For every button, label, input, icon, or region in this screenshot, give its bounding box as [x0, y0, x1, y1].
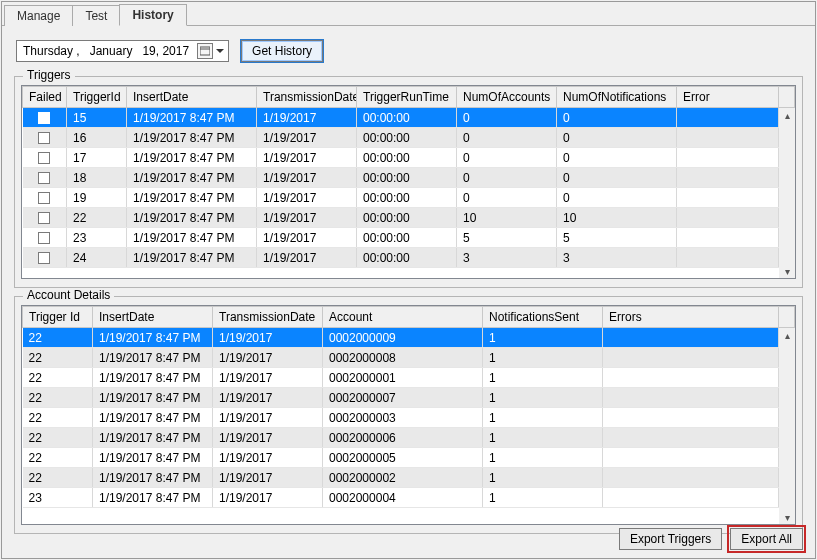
- table-row[interactable]: 191/19/2017 8:47 PM1/19/201700:00:0000: [23, 188, 795, 208]
- scroll-down-icon[interactable]: ▾: [780, 264, 794, 278]
- col-error[interactable]: Error: [677, 87, 779, 108]
- failed-checkbox[interactable]: [38, 172, 50, 184]
- details-scrollbar[interactable]: ▴ ▾: [779, 328, 795, 524]
- get-history-button[interactable]: Get History: [241, 40, 323, 62]
- col-numofaccounts[interactable]: NumOfAccounts: [457, 87, 557, 108]
- scroll-down-icon[interactable]: ▾: [780, 510, 794, 524]
- cell: 22: [23, 408, 93, 428]
- export-all-button[interactable]: Export All: [730, 528, 803, 550]
- table-row[interactable]: 221/19/2017 8:47 PM1/19/201700020000011: [23, 368, 795, 388]
- scroll-gutter: [779, 87, 795, 108]
- cell: 00:00:00: [357, 188, 457, 208]
- cell: 1/19/2017: [257, 148, 357, 168]
- failed-checkbox[interactable]: [38, 232, 50, 244]
- tab-test[interactable]: Test: [72, 5, 120, 26]
- cell: 0002000002: [323, 468, 483, 488]
- table-row[interactable]: 221/19/2017 8:47 PM1/19/201700020000031: [23, 408, 795, 428]
- cell: 1/19/2017: [257, 108, 357, 128]
- triggers-scrollbar[interactable]: ▴ ▾: [779, 108, 795, 278]
- cell: [677, 168, 779, 188]
- failed-checkbox[interactable]: [38, 212, 50, 224]
- table-row[interactable]: 221/19/2017 8:47 PM1/19/201700020000071: [23, 388, 795, 408]
- cell: 1/19/2017: [213, 388, 323, 408]
- cell: 0: [557, 188, 677, 208]
- triggers-group: Triggers Failed TriggerId InsertDate Tra…: [14, 76, 803, 288]
- triggers-legend: Triggers: [23, 68, 75, 82]
- table-row[interactable]: 241/19/2017 8:47 PM1/19/201700:00:0033: [23, 248, 795, 268]
- cell: 1/19/2017 8:47 PM: [93, 448, 213, 468]
- account-details-grid[interactable]: Trigger Id InsertDate TransmissionDate A…: [21, 305, 796, 525]
- table-row[interactable]: 171/19/2017 8:47 PM1/19/201700:00:0000: [23, 148, 795, 168]
- col-numofnotifications[interactable]: NumOfNotifications: [557, 87, 677, 108]
- tab-history[interactable]: History: [119, 4, 186, 26]
- cell: 1/19/2017 8:47 PM: [93, 348, 213, 368]
- cell: [23, 208, 67, 228]
- col-insertdate[interactable]: InsertDate: [127, 87, 257, 108]
- dcol-transmissiondate[interactable]: TransmissionDate: [213, 307, 323, 328]
- failed-checkbox[interactable]: [38, 252, 50, 264]
- cell: [603, 428, 779, 448]
- failed-checkbox[interactable]: [38, 152, 50, 164]
- dcol-insertdate[interactable]: InsertDate: [93, 307, 213, 328]
- table-row[interactable]: 231/19/2017 8:47 PM1/19/201700:00:0055: [23, 228, 795, 248]
- cell: 00:00:00: [357, 248, 457, 268]
- date-picker[interactable]: Thursday , January 19, 2017: [16, 40, 229, 62]
- cell: 1/19/2017 8:47 PM: [127, 248, 257, 268]
- table-row[interactable]: 221/19/2017 8:47 PM1/19/201700020000081: [23, 348, 795, 368]
- dcol-errors[interactable]: Errors: [603, 307, 779, 328]
- scroll-up-icon[interactable]: ▴: [780, 328, 794, 342]
- cell: 24: [67, 248, 127, 268]
- table-row[interactable]: 161/19/2017 8:47 PM1/19/201700:00:0000: [23, 128, 795, 148]
- failed-checkbox[interactable]: [38, 132, 50, 144]
- table-row[interactable]: 221/19/2017 8:47 PM1/19/201700020000091: [23, 328, 795, 348]
- failed-checkbox[interactable]: [38, 112, 50, 124]
- tab-manage[interactable]: Manage: [4, 5, 73, 26]
- col-transmissiondate[interactable]: TransmissionDate: [257, 87, 357, 108]
- table-row[interactable]: 221/19/2017 8:47 PM1/19/201700020000051: [23, 448, 795, 468]
- dcol-notificationssent[interactable]: NotificationsSent: [483, 307, 603, 328]
- table-row[interactable]: 221/19/2017 8:47 PM1/19/201700020000061: [23, 428, 795, 448]
- triggers-grid[interactable]: Failed TriggerId InsertDate Transmission…: [21, 85, 796, 279]
- cell: 22: [23, 448, 93, 468]
- dcol-account[interactable]: Account: [323, 307, 483, 328]
- cell: [603, 468, 779, 488]
- dcol-triggerid[interactable]: Trigger Id: [23, 307, 93, 328]
- cell: 1: [483, 488, 603, 508]
- cell: 1/19/2017 8:47 PM: [93, 428, 213, 448]
- cell: 22: [23, 348, 93, 368]
- export-triggers-button[interactable]: Export Triggers: [619, 528, 722, 550]
- cell: [603, 488, 779, 508]
- cell: 1/19/2017 8:47 PM: [93, 388, 213, 408]
- cell: 1/19/2017: [257, 228, 357, 248]
- cell: 0: [457, 168, 557, 188]
- cell: 1: [483, 388, 603, 408]
- scroll-up-icon[interactable]: ▴: [780, 108, 794, 122]
- cell: [603, 348, 779, 368]
- cell: 0: [457, 108, 557, 128]
- chevron-down-icon[interactable]: [216, 49, 224, 53]
- cell: 0: [557, 108, 677, 128]
- cell: 10: [457, 208, 557, 228]
- cell: [677, 108, 779, 128]
- cell: [603, 448, 779, 468]
- table-row[interactable]: 181/19/2017 8:47 PM1/19/201700:00:0000: [23, 168, 795, 188]
- account-details-group: Account Details Trigger Id InsertDate Tr…: [14, 296, 803, 534]
- cell: 1/19/2017: [257, 188, 357, 208]
- cell: 23: [23, 488, 93, 508]
- cell: [677, 208, 779, 228]
- col-failed[interactable]: Failed: [23, 87, 67, 108]
- cell: 1/19/2017 8:47 PM: [93, 488, 213, 508]
- cell: 3: [557, 248, 677, 268]
- cell: 1: [483, 428, 603, 448]
- cell: [23, 108, 67, 128]
- cell: 16: [67, 128, 127, 148]
- table-row[interactable]: 151/19/2017 8:47 PM1/19/201700:00:0000: [23, 108, 795, 128]
- table-row[interactable]: 221/19/2017 8:47 PM1/19/201700020000021: [23, 468, 795, 488]
- cell: [23, 128, 67, 148]
- calendar-icon[interactable]: [197, 43, 213, 59]
- table-row[interactable]: 221/19/2017 8:47 PM1/19/201700:00:001010: [23, 208, 795, 228]
- failed-checkbox[interactable]: [38, 192, 50, 204]
- col-triggerid[interactable]: TriggerId: [67, 87, 127, 108]
- col-triggerruntime[interactable]: TriggerRunTime: [357, 87, 457, 108]
- table-row[interactable]: 231/19/2017 8:47 PM1/19/201700020000041: [23, 488, 795, 508]
